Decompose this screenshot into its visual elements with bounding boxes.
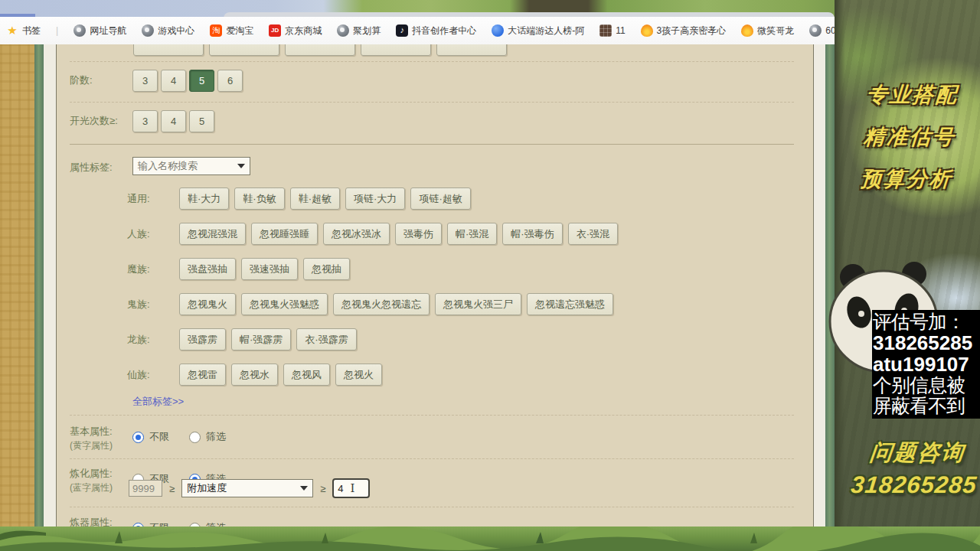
bookmark-item[interactable]: 大话端游达人榜-阿	[492, 24, 584, 37]
option-button[interactable]: 4	[161, 70, 186, 92]
bookmark-label: 抖音创作者中心	[412, 24, 476, 37]
clipped-button[interactable]	[361, 44, 431, 56]
tag-button[interactable]: 帽·强霹雳	[231, 328, 291, 350]
bookmark-item[interactable]: ♪抖音创作者中心	[396, 24, 476, 37]
bookmark-label: 11	[616, 25, 625, 36]
tag-button[interactable]: 忽视睡强睡	[251, 223, 318, 245]
attribute-dropdown-value: 附加速度	[187, 481, 227, 495]
option-button[interactable]: 3	[132, 110, 158, 132]
tag-button[interactable]: 忽视鬼火忽视遗忘	[333, 293, 430, 315]
bookmark-label: 大话端游达人榜-阿	[508, 24, 584, 37]
bookmark-label: 书签	[22, 24, 41, 37]
tag-button[interactable]: 项链·超敏	[410, 187, 470, 210]
promo-line: 精准估号	[862, 116, 980, 158]
tag-search-dropdown[interactable]: 输入名称搜索	[132, 157, 250, 175]
row-attr-tags: 属性标签: 输入名称搜索	[70, 157, 250, 175]
tag-list: 忽视鬼火忽视鬼火强魅惑忽视鬼火忽视遗忘忽视鬼火强三尸忽视遗忘强魅惑	[179, 293, 613, 314]
refine-filter-row: 9999 ≥ 附加速度 ≥ 4 I	[129, 478, 370, 498]
tag-button[interactable]: 忽视混强混	[179, 223, 246, 245]
divider	[70, 458, 794, 459]
attribute-dropdown[interactable]: 附加速度	[181, 479, 313, 497]
tag-button[interactable]: 忽视鬼火	[179, 293, 236, 315]
bookmark-item[interactable]: 3孩子高亲密孝心	[641, 24, 727, 37]
divider	[70, 102, 794, 103]
divider	[70, 144, 794, 145]
clipped-button[interactable]	[285, 44, 355, 56]
clipped-button[interactable]	[209, 44, 279, 56]
row-basic-attr: 基本属性: (黄字属性) 不限筛选	[70, 421, 226, 452]
bookmark-item[interactable]: 微笑哥龙	[741, 24, 794, 37]
tag-list: 忽视雷忽视水忽视风忽视火	[179, 364, 382, 384]
blue-circle-icon	[492, 24, 504, 37]
bookmarks-bar: ★书签|网址导航游戏中心淘爱淘宝JD京东商城聚划算♪抖音创作者中心大话端游达人榜…	[0, 17, 980, 45]
tag-button[interactable]: 衣·强混	[568, 223, 618, 245]
tag-button[interactable]: 帽·强毒伤	[502, 223, 562, 245]
tag-button[interactable]: 帽·强混	[447, 223, 497, 245]
globe-icon	[74, 24, 86, 37]
tag-button[interactable]: 忽视雷	[179, 364, 226, 386]
left-green-border	[34, 44, 44, 551]
flame-icon	[641, 24, 653, 37]
contact-line: 屏蔽看不到	[873, 396, 980, 416]
all-tags-link[interactable]: 全部标签>>	[132, 395, 184, 409]
radio-icon[interactable]	[189, 432, 201, 443]
tag-button[interactable]: 衣·强霹雳	[296, 328, 356, 350]
radio-option[interactable]: 筛选	[189, 422, 226, 452]
radio-icon[interactable]	[132, 432, 144, 443]
radio-option[interactable]: 不限	[132, 422, 169, 452]
tile-icon	[599, 24, 612, 37]
clipped-button[interactable]	[133, 44, 204, 56]
tag-list: 强霹雳帽·强霹雳衣·强霹雳	[179, 328, 357, 349]
tag-list: 强盘强抽强速强抽忽视抽	[179, 258, 350, 279]
bookmark-item[interactable]: ★书签	[6, 24, 41, 37]
tag-button[interactable]: 鞋·超敏	[290, 187, 340, 210]
consult-text: 问题咨询 318265285	[848, 438, 980, 499]
flame-icon	[741, 24, 753, 37]
tag-button[interactable]: 忽视抽	[303, 258, 350, 280]
tag-button[interactable]: 忽视冰强冰	[323, 223, 390, 245]
radio-label: 不限	[149, 430, 169, 444]
max-value-input[interactable]: 9999	[129, 480, 162, 497]
option-button[interactable]: 4	[161, 110, 186, 132]
tag-button[interactable]: 忽视风	[283, 364, 330, 386]
bookmark-item[interactable]: 聚划算	[337, 24, 381, 37]
contact-line: atu199107	[873, 354, 980, 375]
tag-button[interactable]: 强毒伤	[395, 223, 442, 245]
option-button[interactable]: 6	[217, 70, 243, 92]
tag-button[interactable]: 项链·大力	[345, 187, 405, 210]
tag-list: 鞋·大力鞋·负敏鞋·超敏项链·大力项链·超敏	[179, 187, 471, 208]
tag-group-label: 通用:	[127, 187, 179, 208]
bookmark-item[interactable]: 60加60.3高亲密孝	[809, 24, 837, 37]
bookmark-label: 3孩子高亲密孝心	[657, 24, 727, 37]
tag-button[interactable]: 忽视火	[335, 364, 382, 386]
douyin-icon: ♪	[396, 24, 408, 37]
bookmark-item[interactable]: 淘爱淘宝	[210, 24, 253, 37]
tag-button[interactable]: 鞋·负敏	[234, 187, 284, 210]
basic-attr-sublabel: (黄字属性)	[70, 440, 132, 452]
tag-button[interactable]: 强盘强抽	[179, 258, 236, 280]
ge-operator: ≥	[169, 483, 175, 494]
option-button[interactable]: 5	[189, 110, 214, 132]
bookmark-item[interactable]: 游戏中心	[142, 24, 194, 37]
tag-button[interactable]: 鞋·大力	[179, 187, 229, 210]
contact-line: 个别信息被	[873, 375, 980, 396]
contact-line: 318265285	[873, 332, 980, 354]
bookmark-item[interactable]: 11	[599, 24, 625, 37]
bookmark-item[interactable]: JD京东商城	[269, 24, 322, 37]
tag-button[interactable]: 忽视鬼火强三尸	[435, 293, 521, 315]
clipped-button[interactable]	[436, 44, 507, 56]
bookmark-label: 爱淘宝	[226, 24, 253, 37]
bookmark-label: 微笑哥龙	[757, 24, 794, 37]
option-button[interactable]: 3	[132, 70, 158, 92]
divider: |	[56, 25, 58, 36]
tag-button[interactable]: 忽视水	[231, 364, 278, 386]
tag-button[interactable]: 强速强抽	[241, 258, 298, 280]
right-page-margin	[813, 44, 826, 551]
tag-button[interactable]: 忽视遗忘强魅惑	[527, 293, 613, 315]
tag-search-dropdown-value: 输入名称搜索	[138, 159, 198, 173]
option-button[interactable]: 5	[189, 70, 214, 92]
min-value-input[interactable]: 4 I	[332, 478, 370, 498]
bookmark-item[interactable]: 网址导航	[74, 24, 126, 37]
tag-button[interactable]: 强霹雳	[179, 328, 226, 350]
tag-button[interactable]: 忽视鬼火强魅惑	[241, 293, 328, 315]
